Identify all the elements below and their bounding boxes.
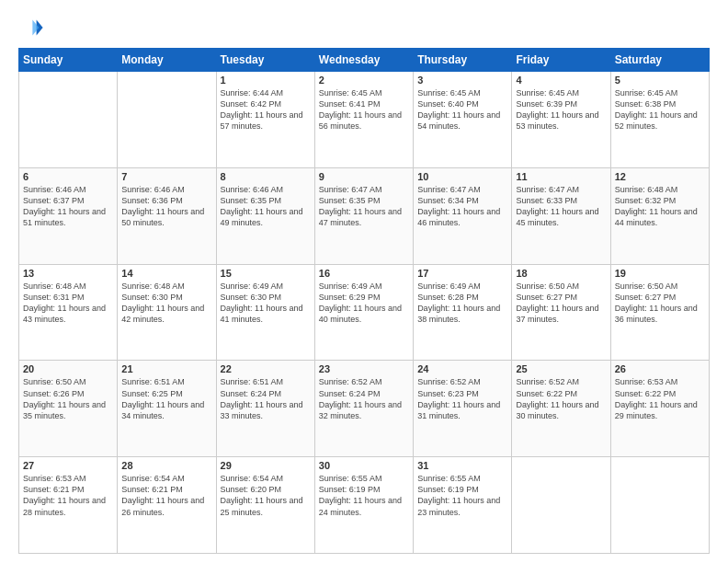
day-info: Sunrise: 6:46 AM Sunset: 6:37 PM Dayligh… — [23, 184, 113, 229]
weekday-header-monday: Monday — [118, 49, 216, 72]
day-number: 14 — [121, 268, 211, 279]
day-info: Sunrise: 6:53 AM Sunset: 6:22 PM Dayligh… — [615, 376, 705, 421]
day-info: Sunrise: 6:51 AM Sunset: 6:24 PM Dayligh… — [221, 376, 311, 421]
calendar-table: SundayMondayTuesdayWednesdayThursdayFrid… — [18, 48, 710, 554]
day-info: Sunrise: 6:54 AM Sunset: 6:20 PM Dayligh… — [221, 473, 311, 518]
day-number: 4 — [516, 75, 606, 86]
day-info: Sunrise: 6:50 AM Sunset: 6:26 PM Dayligh… — [23, 376, 113, 421]
day-number: 19 — [615, 268, 705, 279]
week-row-4: 20Sunrise: 6:50 AM Sunset: 6:26 PM Dayli… — [19, 361, 710, 457]
day-number: 1 — [221, 75, 311, 86]
calendar-cell: 25Sunrise: 6:52 AM Sunset: 6:22 PM Dayli… — [512, 361, 610, 457]
calendar-cell: 17Sunrise: 6:49 AM Sunset: 6:28 PM Dayli… — [414, 264, 512, 361]
day-info: Sunrise: 6:45 AM Sunset: 6:38 PM Dayligh… — [615, 87, 705, 132]
day-number: 5 — [615, 75, 705, 86]
page: SundayMondayTuesdayWednesdayThursdayFrid… — [0, 0, 728, 563]
calendar-cell: 11Sunrise: 6:47 AM Sunset: 6:33 PM Dayli… — [512, 167, 610, 264]
week-row-1: 1Sunrise: 6:44 AM Sunset: 6:42 PM Daylig… — [19, 72, 710, 168]
day-info: Sunrise: 6:48 AM Sunset: 6:30 PM Dayligh… — [121, 281, 211, 326]
calendar-cell: 20Sunrise: 6:50 AM Sunset: 6:26 PM Dayli… — [19, 361, 118, 457]
day-info: Sunrise: 6:52 AM Sunset: 6:23 PM Dayligh… — [417, 376, 507, 421]
day-number: 2 — [319, 75, 409, 86]
calendar-cell: 10Sunrise: 6:47 AM Sunset: 6:34 PM Dayli… — [414, 167, 512, 264]
day-number: 9 — [319, 171, 409, 182]
calendar-cell: 31Sunrise: 6:55 AM Sunset: 6:19 PM Dayli… — [414, 457, 512, 554]
calendar-cell: 8Sunrise: 6:46 AM Sunset: 6:35 PM Daylig… — [216, 167, 314, 264]
day-info: Sunrise: 6:47 AM Sunset: 6:35 PM Dayligh… — [319, 184, 409, 229]
calendar-cell — [610, 457, 709, 554]
calendar-cell: 2Sunrise: 6:45 AM Sunset: 6:41 PM Daylig… — [314, 72, 413, 168]
weekday-header-thursday: Thursday — [414, 49, 512, 72]
calendar-cell: 16Sunrise: 6:49 AM Sunset: 6:29 PM Dayli… — [314, 264, 413, 361]
logo-icon — [18, 15, 44, 40]
calendar-cell: 15Sunrise: 6:49 AM Sunset: 6:30 PM Dayli… — [216, 264, 314, 361]
day-info: Sunrise: 6:51 AM Sunset: 6:25 PM Dayligh… — [121, 376, 211, 421]
calendar-cell: 30Sunrise: 6:55 AM Sunset: 6:19 PM Dayli… — [314, 457, 413, 554]
day-number: 29 — [221, 460, 311, 471]
calendar-cell — [512, 457, 610, 554]
day-info: Sunrise: 6:47 AM Sunset: 6:34 PM Dayligh… — [417, 184, 507, 229]
week-row-3: 13Sunrise: 6:48 AM Sunset: 6:31 PM Dayli… — [19, 264, 710, 361]
day-info: Sunrise: 6:52 AM Sunset: 6:22 PM Dayligh… — [516, 376, 606, 421]
day-info: Sunrise: 6:49 AM Sunset: 6:28 PM Dayligh… — [417, 281, 507, 326]
day-info: Sunrise: 6:46 AM Sunset: 6:35 PM Dayligh… — [221, 184, 311, 229]
calendar-cell: 6Sunrise: 6:46 AM Sunset: 6:37 PM Daylig… — [19, 167, 118, 264]
calendar-cell: 7Sunrise: 6:46 AM Sunset: 6:36 PM Daylig… — [118, 167, 216, 264]
day-number: 21 — [121, 363, 211, 374]
day-info: Sunrise: 6:55 AM Sunset: 6:19 PM Dayligh… — [319, 473, 409, 518]
day-number: 17 — [417, 268, 507, 279]
calendar-cell: 23Sunrise: 6:52 AM Sunset: 6:24 PM Dayli… — [314, 361, 413, 457]
calendar-cell: 22Sunrise: 6:51 AM Sunset: 6:24 PM Dayli… — [216, 361, 314, 457]
calendar-cell: 5Sunrise: 6:45 AM Sunset: 6:38 PM Daylig… — [610, 72, 709, 168]
day-info: Sunrise: 6:45 AM Sunset: 6:40 PM Dayligh… — [417, 87, 507, 132]
day-number: 3 — [417, 75, 507, 86]
calendar-cell — [19, 72, 118, 168]
header — [18, 15, 710, 40]
day-info: Sunrise: 6:44 AM Sunset: 6:42 PM Dayligh… — [221, 87, 311, 132]
day-number: 20 — [23, 363, 113, 374]
calendar-cell: 4Sunrise: 6:45 AM Sunset: 6:39 PM Daylig… — [512, 72, 610, 168]
day-number: 12 — [615, 171, 705, 182]
calendar-cell: 21Sunrise: 6:51 AM Sunset: 6:25 PM Dayli… — [118, 361, 216, 457]
logo — [18, 15, 48, 40]
weekday-header-wednesday: Wednesday — [314, 49, 413, 72]
day-info: Sunrise: 6:52 AM Sunset: 6:24 PM Dayligh… — [319, 376, 409, 421]
day-number: 30 — [319, 460, 409, 471]
calendar-cell: 28Sunrise: 6:54 AM Sunset: 6:21 PM Dayli… — [118, 457, 216, 554]
calendar-cell — [118, 72, 216, 168]
calendar-cell: 3Sunrise: 6:45 AM Sunset: 6:40 PM Daylig… — [414, 72, 512, 168]
day-info: Sunrise: 6:55 AM Sunset: 6:19 PM Dayligh… — [417, 473, 507, 518]
day-info: Sunrise: 6:50 AM Sunset: 6:27 PM Dayligh… — [615, 281, 705, 326]
day-info: Sunrise: 6:54 AM Sunset: 6:21 PM Dayligh… — [121, 473, 211, 518]
day-number: 31 — [417, 460, 507, 471]
calendar-cell: 29Sunrise: 6:54 AM Sunset: 6:20 PM Dayli… — [216, 457, 314, 554]
day-number: 25 — [516, 363, 606, 374]
calendar-cell: 1Sunrise: 6:44 AM Sunset: 6:42 PM Daylig… — [216, 72, 314, 168]
day-info: Sunrise: 6:49 AM Sunset: 6:29 PM Dayligh… — [319, 281, 409, 326]
weekday-header-row: SundayMondayTuesdayWednesdayThursdayFrid… — [19, 49, 710, 72]
day-number: 16 — [319, 268, 409, 279]
calendar-cell: 18Sunrise: 6:50 AM Sunset: 6:27 PM Dayli… — [512, 264, 610, 361]
day-info: Sunrise: 6:45 AM Sunset: 6:39 PM Dayligh… — [516, 87, 606, 132]
day-info: Sunrise: 6:47 AM Sunset: 6:33 PM Dayligh… — [516, 184, 606, 229]
day-number: 18 — [516, 268, 606, 279]
day-number: 6 — [23, 171, 113, 182]
day-info: Sunrise: 6:49 AM Sunset: 6:30 PM Dayligh… — [221, 281, 311, 326]
day-number: 7 — [121, 171, 211, 182]
calendar-cell: 24Sunrise: 6:52 AM Sunset: 6:23 PM Dayli… — [414, 361, 512, 457]
day-info: Sunrise: 6:50 AM Sunset: 6:27 PM Dayligh… — [516, 281, 606, 326]
calendar-cell: 13Sunrise: 6:48 AM Sunset: 6:31 PM Dayli… — [19, 264, 118, 361]
day-number: 13 — [23, 268, 113, 279]
day-number: 26 — [615, 363, 705, 374]
week-row-2: 6Sunrise: 6:46 AM Sunset: 6:37 PM Daylig… — [19, 167, 710, 264]
day-info: Sunrise: 6:45 AM Sunset: 6:41 PM Dayligh… — [319, 87, 409, 132]
weekday-header-friday: Friday — [512, 49, 610, 72]
calendar-cell: 9Sunrise: 6:47 AM Sunset: 6:35 PM Daylig… — [314, 167, 413, 264]
day-info: Sunrise: 6:53 AM Sunset: 6:21 PM Dayligh… — [23, 473, 113, 518]
weekday-header-sunday: Sunday — [19, 49, 118, 72]
day-number: 28 — [121, 460, 211, 471]
day-number: 23 — [319, 363, 409, 374]
day-info: Sunrise: 6:48 AM Sunset: 6:32 PM Dayligh… — [615, 184, 705, 229]
week-row-5: 27Sunrise: 6:53 AM Sunset: 6:21 PM Dayli… — [19, 457, 710, 554]
day-number: 24 — [417, 363, 507, 374]
